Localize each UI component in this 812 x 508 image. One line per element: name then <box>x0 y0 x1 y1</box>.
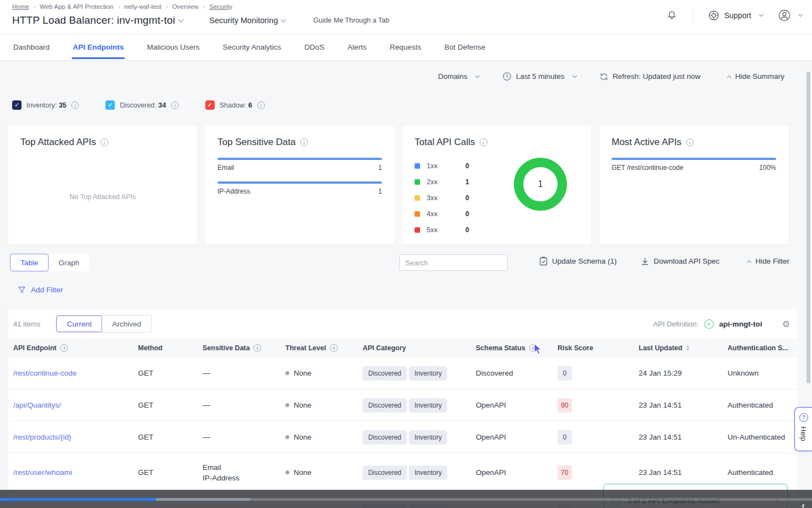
breadcrumb-home[interactable]: Home <box>12 3 29 10</box>
update-schema-button[interactable]: Update Schema (1) <box>539 256 617 266</box>
breadcrumb-lb[interactable]: nelly-waf-test <box>124 3 162 10</box>
category-badge: Inventory <box>409 398 447 413</box>
tab-ddos[interactable]: DDoS <box>303 35 325 59</box>
tab-alerts[interactable]: Alerts <box>346 35 368 59</box>
col-sensitive-data[interactable]: Sensitive Datai <box>203 344 285 352</box>
endpoint-link[interactable]: /rest/products/{id} <box>13 433 138 441</box>
auth-cell: Authenticated <box>728 401 798 409</box>
active-api-row: GET /rest/continue-code100% <box>612 158 776 172</box>
col-api-endpoint[interactable]: API Endpointi <box>13 344 138 352</box>
breadcrumb: Home› Web App & API Protection› nelly-wa… <box>12 3 232 10</box>
col-authentication[interactable]: Authentication S... <box>728 344 798 352</box>
check-circle-icon: ✓ <box>704 319 714 329</box>
current-archived-toggle: Current Archived <box>56 315 152 333</box>
info-icon[interactable]: i <box>257 101 265 109</box>
page-title: HTTP Load Balancer: inv-mgmt-toi <box>12 14 175 26</box>
monitoring-dropdown[interactable]: Security Monitoring <box>209 16 278 25</box>
auth-cell: Unknown <box>728 369 798 377</box>
tab-requests[interactable]: Requests <box>389 35 422 59</box>
legend-swatch-2xx <box>415 179 420 185</box>
risk-score-badge: 90 <box>558 398 572 413</box>
endpoint-link[interactable]: /rest/user/whoami <box>13 468 138 477</box>
tab-api-endpoints[interactable]: API Endpoints <box>72 35 125 59</box>
table-row[interactable]: /rest/products/{id} GET — None Discovere… <box>8 421 798 453</box>
page: Home› Web App & API Protection› nelly-wa… <box>0 0 812 508</box>
add-filter-button[interactable]: Add Filter <box>18 286 63 294</box>
question-mark-icon: ? <box>799 413 808 422</box>
table-row[interactable]: /rest/continue-code GET — None Discovere… <box>8 357 798 389</box>
api-definition-value[interactable]: api-mngt-toi <box>719 320 762 328</box>
info-icon[interactable]: i <box>480 138 487 146</box>
method-cell: GET <box>138 433 203 441</box>
inventory-checkbox[interactable]: ✓ <box>12 100 22 110</box>
info-icon[interactable]: i <box>60 344 68 352</box>
current-tab[interactable]: Current <box>56 316 102 332</box>
shadow-checkbox[interactable]: ✓ <box>205 100 215 110</box>
breadcrumb-security[interactable]: Security <box>209 3 232 10</box>
download-api-spec-button[interactable]: Download API Spec <box>641 257 719 266</box>
col-risk-score[interactable]: Risk Score <box>558 344 639 352</box>
hide-filter-toggle[interactable]: Hide Filter <box>744 257 789 265</box>
breadcrumb-separator: › <box>34 4 35 10</box>
tab-bot-defense[interactable]: Bot Defense <box>443 35 486 59</box>
domains-dropdown[interactable]: Domains <box>438 72 479 81</box>
tab-malicious-users[interactable]: Malicious Users <box>146 35 200 59</box>
hide-summary-toggle[interactable]: Hide Summary <box>724 72 784 81</box>
info-icon[interactable]: i <box>300 138 308 146</box>
guide-me-link[interactable]: Guide Me Through a Tab <box>313 17 389 24</box>
card-title: Total API Calls <box>415 137 475 148</box>
table-row[interactable]: /api/Quantitys/ GET — None DiscoveredInv… <box>8 389 798 421</box>
chevron-down-icon[interactable] <box>178 17 184 22</box>
info-icon[interactable]: i <box>71 101 79 109</box>
legend-value: 0 <box>465 194 469 202</box>
help-tab[interactable]: ? Help <box>794 407 812 451</box>
table-view-button[interactable]: Table <box>10 254 49 271</box>
filter-label: Shadow: <box>220 101 247 109</box>
endpoints-table-panel: 41 items Current Archived API Definition… <box>8 309 798 508</box>
partial-caption: f <box>802 502 804 508</box>
account-menu[interactable] <box>777 8 802 23</box>
search-input[interactable] <box>399 254 508 271</box>
table-header: API Endpointi Method Sensitive Datai Thr… <box>8 339 798 357</box>
info-icon[interactable]: i <box>171 101 179 109</box>
category-badge: Discovered <box>363 466 407 480</box>
sensitive-data-row: Email1 <box>217 158 382 172</box>
info-icon[interactable]: i <box>100 138 108 146</box>
endpoint-link[interactable]: /rest/continue-code <box>13 369 138 377</box>
col-schema-status[interactable]: Schema Statusi <box>476 344 558 352</box>
bar-value: 1 <box>378 164 382 172</box>
col-threat-level[interactable]: Threat Leveli <box>285 344 363 352</box>
tab-security-analytics[interactable]: Security Analytics <box>222 35 283 59</box>
legend-swatch-4xx <box>415 211 420 217</box>
info-icon[interactable]: i <box>686 138 694 146</box>
archived-tab[interactable]: Archived <box>102 316 151 332</box>
vertical-scrollbar[interactable] <box>806 72 810 383</box>
col-last-updated[interactable]: Last Updated <box>639 344 728 352</box>
method-cell: GET <box>138 369 203 377</box>
breadcrumb-waap[interactable]: Web App & API Protection <box>40 3 113 10</box>
last-updated-cell: 23 Jan 14:51 <box>639 433 728 441</box>
info-icon[interactable]: i <box>330 344 338 352</box>
method-cell: GET <box>138 401 203 409</box>
filter-count: 6 <box>248 101 252 109</box>
breadcrumb-overview[interactable]: Overview <box>172 3 199 10</box>
notifications-bell-icon[interactable] <box>665 8 678 23</box>
time-range-dropdown[interactable]: Last 5 minutes <box>502 72 576 81</box>
legend-value: 0 <box>465 226 469 234</box>
refresh-button[interactable]: Refresh: Updated just now <box>599 72 700 81</box>
donut-total: 1 <box>538 179 543 189</box>
funnel-icon <box>18 286 26 294</box>
tab-dashboard[interactable]: Dashboard <box>12 35 51 59</box>
support-menu[interactable]: Support <box>708 9 763 22</box>
graph-view-button[interactable]: Graph <box>49 254 89 271</box>
discovered-checkbox[interactable]: ✓ <box>105 100 115 110</box>
endpoint-link[interactable]: /api/Quantitys/ <box>13 401 138 409</box>
sensitive-cell: EmailIP-Address <box>203 462 285 483</box>
gear-icon[interactable]: ⚙ <box>782 319 790 329</box>
col-method[interactable]: Method <box>138 344 203 352</box>
chevron-down-icon <box>475 73 480 77</box>
col-api-category[interactable]: API Category <box>363 344 476 352</box>
card-title: Top Sensitive Data <box>217 137 296 148</box>
chevron-down-icon[interactable] <box>281 17 286 22</box>
info-icon[interactable]: i <box>253 344 261 352</box>
